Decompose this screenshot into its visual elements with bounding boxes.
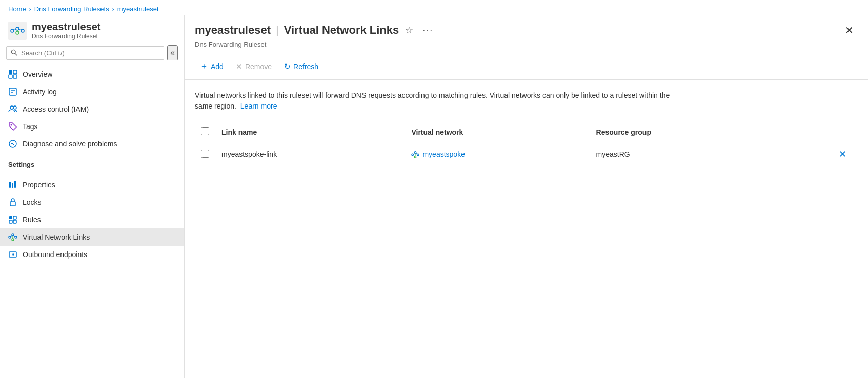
rules-icon — [8, 215, 17, 224]
sidebar-item-properties[interactable]: Properties — [0, 176, 184, 194]
sidebar-collapse-button[interactable]: « — [167, 45, 178, 60]
sidebar-item-iam[interactable]: Access control (IAM) — [0, 100, 184, 118]
svg-point-15 — [10, 106, 13, 109]
breadcrumb-current[interactable]: myeastruleset — [117, 5, 159, 13]
breadcrumb-home[interactable]: Home — [8, 5, 26, 13]
row-delete-button[interactable]: ✕ — [836, 147, 850, 161]
sidebar-item-outbound[interactable]: Outbound endpoints — [0, 246, 184, 263]
locks-icon — [8, 198, 17, 207]
svg-line-32 — [14, 236, 15, 237]
virtual-network-link[interactable]: myeastspoke — [411, 150, 583, 158]
settings-divider — [8, 174, 176, 174]
add-label: Add — [211, 62, 224, 71]
activity-log-icon — [8, 87, 17, 96]
sidebar-activity-label: Activity log — [23, 88, 57, 96]
header-checkbox-col — [195, 122, 215, 142]
svg-point-38 — [415, 156, 417, 158]
table-header-row: Link name Virtual network Resource group — [195, 122, 858, 142]
header-virtual-network: Virtual network — [405, 122, 590, 142]
tags-icon — [8, 122, 17, 131]
sidebar-resource-name: myeastruleset — [32, 21, 101, 33]
sidebar-rules-label: Rules — [23, 216, 41, 224]
header-actions — [779, 122, 858, 142]
sidebar-properties-label: Properties — [23, 181, 55, 189]
svg-rect-25 — [9, 220, 12, 223]
toolbar: ＋ Add ✕ Remove ↻ Refresh — [185, 53, 868, 80]
close-button[interactable]: ✕ — [841, 22, 858, 38]
svg-point-37 — [417, 154, 419, 156]
iam-icon — [8, 104, 17, 114]
sidebar-item-rules[interactable]: Rules — [0, 211, 184, 228]
svg-rect-8 — [9, 70, 12, 74]
header-link-name: Link name — [215, 122, 405, 142]
favorite-button[interactable]: ☆ — [402, 24, 416, 37]
svg-line-31 — [11, 236, 12, 237]
svg-rect-20 — [12, 183, 13, 188]
virtual-network-links-table: Link name Virtual network Resource group… — [195, 122, 858, 166]
sidebar-item-tags[interactable]: Tags — [0, 118, 184, 135]
svg-point-16 — [13, 106, 16, 109]
page-title-area: myeastruleset | Virtual Network Links ☆ … — [195, 24, 838, 37]
svg-line-39 — [414, 153, 415, 155]
svg-point-27 — [9, 236, 11, 238]
svg-point-36 — [415, 151, 417, 153]
svg-rect-11 — [13, 75, 17, 78]
remove-label: Remove — [245, 62, 272, 71]
sidebar-header: myeastruleset Dns Forwarding Ruleset — [0, 15, 184, 45]
svg-rect-24 — [13, 216, 16, 219]
search-input[interactable] — [6, 46, 164, 60]
sidebar-item-vnlinks[interactable]: Virtual Network Links — [0, 228, 184, 246]
content-body: Virtual networks linked to this ruleset … — [185, 80, 868, 378]
row-link-name: myeastspoke-link — [215, 142, 405, 166]
row-virtual-network: myeastspoke — [405, 142, 590, 166]
svg-rect-21 — [14, 181, 16, 188]
main-content: myeastruleset | Virtual Network Links ☆ … — [185, 15, 868, 378]
settings-section-label: Settings — [0, 153, 184, 172]
svg-line-40 — [416, 153, 417, 155]
svg-rect-22 — [10, 202, 15, 206]
learn-more-link[interactable]: Learn more — [240, 102, 277, 110]
info-description: Virtual networks linked to this ruleset … — [195, 90, 687, 112]
svg-point-30 — [12, 239, 14, 241]
select-all-checkbox[interactable] — [201, 127, 209, 135]
vnet-name: myeastspoke — [422, 150, 465, 158]
svg-point-28 — [12, 234, 14, 236]
header-resource-group: Resource group — [590, 122, 779, 142]
svg-point-29 — [15, 236, 17, 238]
more-options-button[interactable]: ··· — [419, 24, 436, 37]
row-checkbox[interactable] — [201, 150, 209, 158]
sidebar-item-locks[interactable]: Locks — [0, 194, 184, 211]
svg-point-17 — [11, 124, 12, 126]
add-button[interactable]: ＋ Add — [195, 58, 229, 74]
svg-rect-12 — [9, 88, 16, 95]
refresh-label: Refresh — [293, 62, 318, 71]
sidebar-title-area: myeastruleset Dns Forwarding Ruleset — [32, 21, 101, 40]
page-name-title: Virtual Network Links — [284, 24, 399, 37]
remove-button[interactable]: ✕ Remove — [231, 59, 277, 74]
sidebar-locks-label: Locks — [23, 198, 42, 206]
breadcrumb: Home › Dns Forwarding Rulesets › myeastr… — [0, 0, 868, 15]
title-separator: | — [276, 24, 279, 37]
sidebar-tags-label: Tags — [23, 122, 38, 131]
sidebar-item-diagnose[interactable]: Diagnose and solve problems — [0, 135, 184, 153]
breadcrumb-rulesets[interactable]: Dns Forwarding Rulesets — [34, 5, 109, 13]
overview-icon — [8, 70, 17, 79]
vnet-icon — [411, 150, 419, 158]
svg-rect-26 — [13, 220, 16, 223]
sidebar-item-activity-log[interactable]: Activity log — [0, 83, 184, 100]
row-resource-group: myeastRG — [590, 142, 779, 166]
svg-rect-23 — [9, 216, 12, 219]
refresh-button[interactable]: ↻ Refresh — [279, 59, 324, 74]
resource-icon — [8, 22, 27, 40]
add-icon: ＋ — [200, 61, 208, 72]
svg-rect-19 — [9, 182, 11, 188]
sidebar-overview-label: Overview — [23, 70, 52, 78]
vnlinks-icon — [8, 232, 17, 242]
resource-name-title: myeastruleset — [195, 24, 271, 37]
table-row: myeastspoke-link — [195, 142, 858, 166]
properties-icon — [8, 180, 17, 189]
sidebar-vnlinks-label: Virtual Network Links — [23, 233, 90, 241]
sidebar-item-overview[interactable]: Overview — [0, 66, 184, 83]
svg-rect-9 — [13, 70, 17, 74]
sidebar-iam-label: Access control (IAM) — [23, 105, 89, 113]
